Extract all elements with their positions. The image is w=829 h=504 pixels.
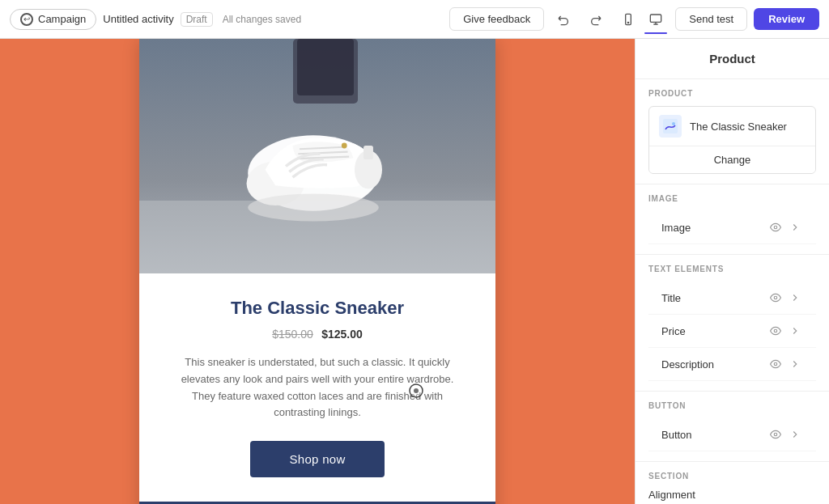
title-chevron-icon[interactable] xyxy=(787,290,803,306)
svg-point-7 xyxy=(248,194,379,222)
device-toggle-group xyxy=(615,6,669,32)
price-row-label: Price xyxy=(661,325,686,337)
draft-badge: Draft xyxy=(181,12,213,27)
button-row-actions xyxy=(767,426,803,443)
svg-rect-15 xyxy=(297,39,354,95)
text-elements-section: TEXT ELEMENTS Title Price xyxy=(636,255,829,391)
product-section: PRODUCT The Classic Sneaker Change xyxy=(636,79,829,184)
title-row-actions xyxy=(767,290,803,306)
redo-button[interactable] xyxy=(583,6,609,32)
image-section-label: IMAGE xyxy=(648,194,816,203)
price-area: $150.00 $125.00 xyxy=(172,327,463,341)
svg-point-1 xyxy=(628,22,629,23)
price-chevron-icon[interactable] xyxy=(787,323,803,339)
svg-point-23 xyxy=(774,362,777,366)
description-chevron-icon[interactable] xyxy=(787,356,803,372)
title-row[interactable]: Title xyxy=(648,282,816,315)
button-row[interactable]: Button xyxy=(648,418,816,451)
right-panel: Product PRODUCT The Classic Sneaker Chan… xyxy=(635,39,829,504)
svg-rect-13 xyxy=(363,146,373,159)
image-chevron-icon[interactable] xyxy=(787,219,803,235)
price-old: $150.00 xyxy=(272,328,313,341)
button-chevron-icon[interactable] xyxy=(787,426,803,443)
svg-point-21 xyxy=(774,296,777,299)
feedback-label: Give feedback xyxy=(463,13,530,25)
price-new: $125.00 xyxy=(321,328,363,341)
product-content: The Classic Sneaker $150.00 $125.00 This… xyxy=(139,273,495,502)
title-eye-icon[interactable] xyxy=(767,290,784,306)
title-row-label: Title xyxy=(661,292,681,304)
send-test-button[interactable]: Send test xyxy=(675,7,747,31)
button-section-label: BUTTON xyxy=(648,401,816,410)
svg-point-22 xyxy=(774,329,777,332)
image-row[interactable]: Image xyxy=(648,211,816,244)
campaign-label: Campaign xyxy=(38,13,86,25)
image-eye-icon[interactable] xyxy=(767,219,784,235)
saved-status: All changes saved xyxy=(223,14,301,25)
email-preview: The Classic Sneaker $150.00 $125.00 This… xyxy=(139,39,495,504)
product-item-name: The Classic Sneaker xyxy=(690,121,787,133)
button-row-label: Button xyxy=(661,429,692,441)
review-button[interactable]: Review xyxy=(754,8,819,30)
product-description: This sneaker is understated, but such a … xyxy=(172,354,463,421)
svg-point-20 xyxy=(774,226,777,229)
section-settings-label: SECTION xyxy=(648,472,816,481)
panel-title: Product xyxy=(636,39,829,79)
price-eye-icon[interactable] xyxy=(767,323,784,339)
main-area: The Classic Sneaker $150.00 $125.00 This… xyxy=(0,39,829,504)
review-label: Review xyxy=(768,13,805,25)
text-elements-label: TEXT ELEMENTS xyxy=(648,265,816,273)
product-image-section xyxy=(139,39,495,273)
description-row-actions xyxy=(767,356,803,372)
product-selector: The Classic Sneaker Change xyxy=(648,106,816,174)
send-test-label: Send test xyxy=(689,13,733,25)
desktop-view-button[interactable] xyxy=(643,6,669,32)
price-row[interactable]: Price xyxy=(648,315,816,348)
undo-button[interactable] xyxy=(551,6,576,32)
mobile-view-button[interactable] xyxy=(615,6,641,32)
price-row-actions xyxy=(767,323,803,339)
image-section: IMAGE Image xyxy=(636,184,829,254)
svg-point-24 xyxy=(774,433,777,436)
product-section-label: PRODUCT xyxy=(648,89,816,98)
image-row-actions xyxy=(767,219,803,235)
canvas-area: The Classic Sneaker $150.00 $125.00 This… xyxy=(0,39,635,504)
product-thumbnail xyxy=(659,115,682,138)
product-item[interactable]: The Classic Sneaker xyxy=(649,107,815,146)
svg-rect-2 xyxy=(651,15,661,22)
activity-title: Untitled activity xyxy=(103,13,173,25)
svg-point-11 xyxy=(342,143,347,149)
shop-now-button[interactable]: Shop now xyxy=(250,441,384,477)
alignment-label: Alignment xyxy=(648,489,816,504)
campaign-icon: ↩ xyxy=(20,13,33,26)
button-eye-icon[interactable] xyxy=(767,426,784,443)
change-product-button[interactable]: Change xyxy=(649,146,815,173)
svg-rect-18 xyxy=(663,119,678,133)
product-name: The Classic Sneaker xyxy=(172,298,463,319)
description-eye-icon[interactable] xyxy=(767,356,784,372)
image-row-label: Image xyxy=(661,222,691,234)
description-row[interactable]: Description xyxy=(648,348,816,381)
svg-point-19 xyxy=(672,122,675,125)
button-section: BUTTON Button xyxy=(636,392,829,461)
topbar: ↩ Campaign Untitled activity Draft All c… xyxy=(0,0,829,39)
feedback-button[interactable]: Give feedback xyxy=(449,7,544,31)
campaign-button[interactable]: ↩ Campaign xyxy=(10,9,96,30)
section-settings: SECTION Alignment xyxy=(636,462,829,504)
description-row-label: Description xyxy=(661,358,714,371)
